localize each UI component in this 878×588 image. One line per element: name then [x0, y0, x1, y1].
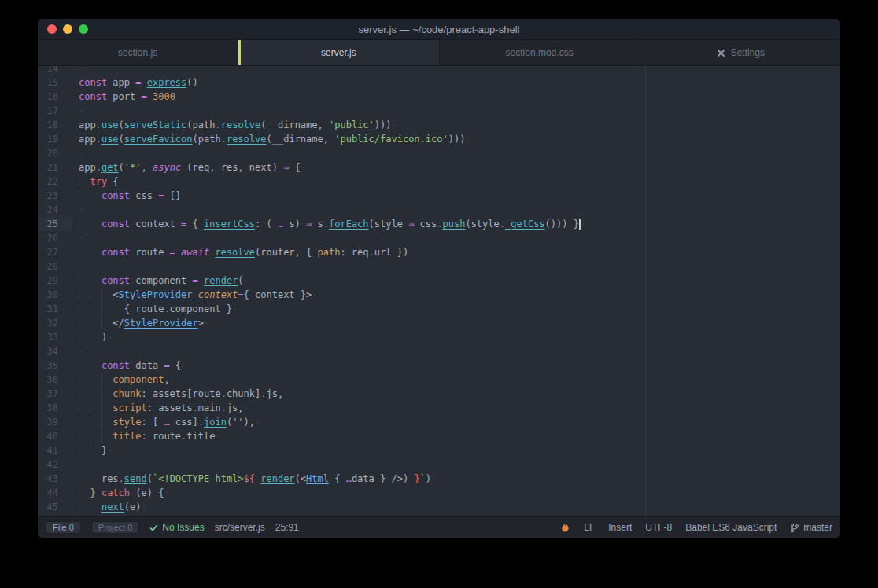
line-number[interactable]: 22 — [38, 175, 72, 189]
line-number[interactable]: 45 — [38, 500, 72, 514]
line-number[interactable]: 18 — [38, 118, 72, 132]
close-button[interactable] — [47, 24, 57, 34]
code-token: css — [130, 190, 158, 201]
line-number[interactable]: 15 — [38, 75, 72, 90]
code-line[interactable]: 41 }· — [38, 443, 840, 458]
line-number[interactable]: 23 — [38, 189, 72, 203]
line-number[interactable]: 37 — [38, 387, 72, 401]
line-number[interactable]: 31 — [38, 302, 72, 316]
line-number[interactable]: 14 — [38, 66, 72, 75]
line-number[interactable]: 33 — [38, 330, 72, 344]
code-line[interactable]: 30 <StyleProvider context={ context }>· — [38, 288, 840, 302]
tab-section-js[interactable]: section.js — [38, 40, 238, 65]
title-bar[interactable]: server.js — ~/code/preact-app-shell — [38, 19, 840, 40]
code-line[interactable]: 35 const data = {· — [38, 358, 840, 373]
code-line[interactable]: 45 next(e)· — [38, 500, 840, 514]
code-line[interactable]: 36 component,· — [38, 373, 840, 387]
line-number[interactable]: 35 — [38, 358, 72, 373]
code-token: _getCss — [505, 219, 545, 230]
line-number[interactable]: 41 — [38, 443, 72, 458]
status-git-branch[interactable]: master — [790, 522, 832, 533]
code-line[interactable]: 15const app = express()· — [38, 75, 840, 90]
eol-invisible: · — [312, 289, 317, 300]
code-line[interactable]: 29 const component = render(· — [38, 274, 840, 288]
line-number[interactable]: 38 — [38, 401, 72, 415]
code-line[interactable]: 43 res.send(`<!DOCTYPE html>${ render(<H… — [38, 472, 840, 486]
code-line[interactable]: 23 const css = []· — [38, 189, 840, 203]
code-line[interactable]: 21app.get('*', async (req, res, next) ⇒ … — [38, 160, 840, 175]
line-number[interactable]: 32 — [38, 316, 72, 330]
code-line[interactable]: 28· — [38, 259, 840, 274]
code-token: __dirname — [272, 134, 323, 145]
code-line[interactable]: 14· — [38, 66, 840, 75]
status-file-counter[interactable]: File 0 — [46, 521, 81, 534]
code-text: } catch (e) {· — [72, 486, 840, 500]
code-token: [] — [164, 190, 181, 201]
code-token: forEach — [329, 219, 369, 230]
zoom-button[interactable] — [79, 24, 88, 34]
status-deprecation[interactable] — [560, 522, 570, 533]
line-number[interactable]: 21 — [38, 160, 72, 175]
code-line[interactable]: 19app.use(serveFavicon(path.resolve(__di… — [38, 132, 840, 146]
line-number[interactable]: 30 — [38, 288, 72, 302]
status-diagnostics[interactable]: No Issues — [149, 522, 204, 533]
line-number[interactable]: 25 — [38, 217, 72, 231]
eol-invisible: · — [79, 459, 84, 470]
code-line[interactable]: 38 script: assets.main.js,· — [38, 401, 840, 415]
line-number[interactable]: 28 — [38, 259, 72, 274]
code-line[interactable]: 31 { route.component }· — [38, 302, 840, 316]
code-line[interactable]: 24· — [38, 203, 840, 217]
line-number[interactable]: 44 — [38, 486, 72, 500]
code-text: { route.component }· — [72, 302, 840, 316]
code-token: (e) — [124, 502, 142, 513]
line-number[interactable]: 29 — [38, 274, 72, 288]
code-line[interactable]: 34· — [38, 344, 840, 358]
line-number[interactable]: 17 — [38, 104, 72, 118]
code-line[interactable]: 22 try {· — [38, 175, 840, 189]
code-line[interactable]: 25 const context = { insertCss: ( … s) ⇒… — [38, 217, 840, 231]
code-line[interactable]: 27 const route = await resolve(router, {… — [38, 245, 840, 259]
code-line[interactable]: 37 chunk: assets[route.chunk].js,· — [38, 387, 840, 401]
line-number[interactable]: 36 — [38, 373, 72, 387]
code-line[interactable]: 39 style: [ … css].join(''),· — [38, 415, 840, 429]
line-number[interactable]: 16 — [38, 90, 72, 104]
code-line[interactable]: 26· — [38, 231, 840, 245]
tab-settings[interactable]: Settings — [640, 40, 840, 65]
code-token: const — [101, 190, 130, 201]
code-line[interactable]: 16const port = 3000· — [38, 90, 840, 104]
code-line[interactable]: 32 </StyleProvider>· — [38, 316, 840, 330]
status-project-counter[interactable]: Project 0 — [91, 521, 139, 534]
editor[interactable]: 14·15const app = express()·16const port … — [38, 66, 840, 516]
status-encoding[interactable]: UTF-8 — [645, 522, 672, 533]
code-line[interactable]: 40 title: route.title· — [38, 429, 840, 443]
tab-section-mod-css[interactable]: section.mod.css — [440, 40, 640, 65]
code-line[interactable]: 44 } catch (e) {· — [38, 486, 840, 500]
minimize-button[interactable] — [63, 24, 72, 34]
line-number[interactable]: 24 — [38, 203, 72, 217]
code-line[interactable]: 18app.use(serveStatic(path.resolve(__dir… — [38, 118, 840, 132]
status-file-path[interactable]: src/server.js — [215, 522, 265, 533]
line-number[interactable]: 42 — [38, 458, 72, 472]
line-number[interactable]: 43 — [38, 472, 72, 486]
line-number[interactable]: 40 — [38, 429, 72, 443]
code-token: . — [323, 219, 329, 230]
status-cursor-position[interactable]: 25:91 — [275, 522, 299, 533]
code-token: resolve — [221, 119, 261, 130]
status-line-ending[interactable]: LF — [584, 522, 595, 533]
line-number[interactable]: 20 — [38, 146, 72, 160]
code-line[interactable]: 17· — [38, 104, 840, 118]
code-line[interactable]: 33 )· — [38, 330, 840, 344]
code-line[interactable]: 42· — [38, 458, 840, 472]
code-line[interactable]: 20· — [38, 146, 840, 160]
line-number[interactable]: 34 — [38, 344, 72, 358]
tab-label: Settings — [731, 47, 765, 58]
line-number[interactable]: 39 — [38, 415, 72, 429]
check-icon-wrap — [149, 524, 158, 532]
status-input-mode[interactable]: Insert — [608, 522, 632, 533]
tab-server-js[interactable]: server.js — [238, 40, 439, 65]
line-number[interactable]: 27 — [38, 245, 72, 259]
git-branch-icon — [790, 523, 799, 533]
status-grammar[interactable]: Babel ES6 JavaScript — [685, 522, 777, 533]
line-number[interactable]: 19 — [38, 132, 72, 146]
line-number[interactable]: 26 — [38, 231, 72, 245]
